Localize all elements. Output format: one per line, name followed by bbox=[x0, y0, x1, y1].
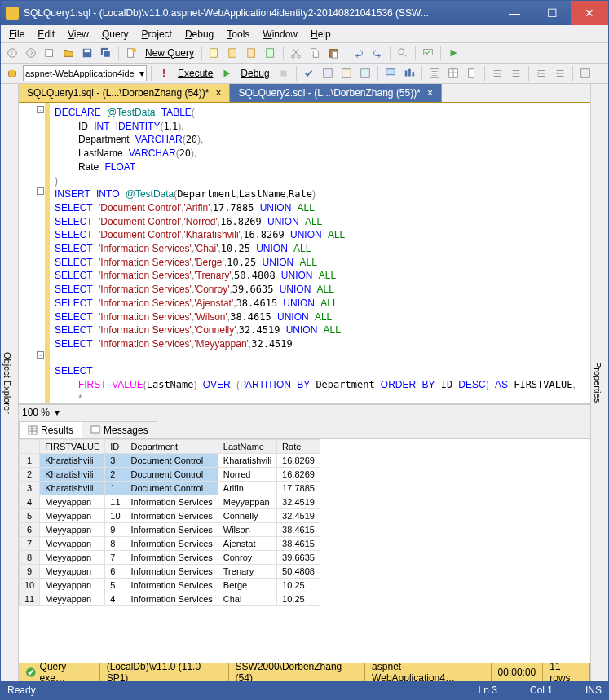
results-grid[interactable]: FIRSTVALUEIDDepartmentLastNameRate1Khara… bbox=[19, 439, 590, 663]
activity-monitor-icon[interactable] bbox=[420, 45, 436, 61]
status-col: Col 1 bbox=[530, 685, 553, 696]
menu-debug[interactable]: Debug bbox=[180, 27, 218, 42]
toolbar-main: New Query bbox=[1, 43, 608, 64]
minimize-button[interactable]: — bbox=[496, 1, 533, 25]
open-button[interactable] bbox=[60, 45, 77, 61]
results-text-button[interactable] bbox=[426, 65, 443, 81]
table-row[interactable]: 3Kharatishvili1Document ControlArifin17.… bbox=[20, 482, 320, 495]
status-user: SSW2000\DorbenZhang (54) bbox=[229, 663, 366, 681]
table-row[interactable]: 11Meyyappan4Information ServicesChai10.2… bbox=[20, 592, 320, 606]
database-input[interactable] bbox=[25, 68, 139, 78]
window-title: SQLQuery1.sql - (LocalDb)\v11.0.aspnet-W… bbox=[24, 7, 496, 19]
svg-rect-23 bbox=[323, 69, 332, 78]
svg-rect-27 bbox=[404, 71, 407, 77]
properties-tab[interactable]: Properties bbox=[590, 84, 608, 681]
tab-sqlquery2[interactable]: SQLQuery2.sql - (L...\DorbenZhang (55))*… bbox=[230, 84, 441, 102]
column-header[interactable]: LastName bbox=[218, 440, 276, 454]
debug-icon[interactable] bbox=[218, 65, 235, 81]
svg-rect-12 bbox=[267, 49, 274, 58]
table-row[interactable]: 7Meyyappan8Information ServicesAjenstat3… bbox=[20, 537, 320, 551]
execute-icon[interactable]: ! bbox=[156, 65, 172, 81]
column-header[interactable]: Department bbox=[126, 440, 218, 454]
table-row[interactable]: 10Meyyappan5Information ServicesBerge10.… bbox=[20, 579, 320, 592]
close-tab-icon[interactable]: × bbox=[215, 87, 221, 99]
menu-tools[interactable]: Tools bbox=[222, 27, 254, 42]
start-button[interactable] bbox=[445, 45, 461, 61]
results-tab[interactable]: Results bbox=[19, 421, 82, 439]
menu-help[interactable]: Help bbox=[306, 27, 336, 42]
column-header[interactable]: FIRSTVALUE bbox=[40, 440, 105, 454]
close-tab-icon[interactable]: × bbox=[427, 87, 433, 99]
copy-button[interactable] bbox=[307, 45, 323, 61]
xmla-query-icon[interactable] bbox=[263, 45, 279, 61]
db-engine-query-icon[interactable] bbox=[206, 45, 223, 61]
outdent-button[interactable] bbox=[552, 65, 568, 81]
fold-icon[interactable]: - bbox=[37, 187, 44, 195]
cut-button[interactable] bbox=[288, 45, 304, 61]
change-connection-icon[interactable] bbox=[4, 65, 20, 81]
indent-button[interactable] bbox=[533, 65, 549, 81]
menu-window[interactable]: Window bbox=[258, 27, 302, 42]
cancel-query-button[interactable] bbox=[276, 65, 292, 81]
messages-tab[interactable]: Messages bbox=[82, 421, 157, 439]
save-all-button[interactable] bbox=[98, 45, 114, 61]
svg-rect-28 bbox=[408, 69, 411, 77]
table-row[interactable]: 4Meyyappan11Information ServicesMeyyappa… bbox=[20, 495, 320, 509]
menu-view[interactable]: View bbox=[63, 27, 94, 42]
mdx-query-icon[interactable] bbox=[225, 45, 241, 61]
tab-sqlquery1[interactable]: SQLQuery1.sql - (L...\DorbenZhang (54))*… bbox=[19, 84, 230, 102]
column-header[interactable]: Rate bbox=[277, 440, 320, 454]
include-stats-button[interactable] bbox=[401, 65, 417, 81]
app-icon bbox=[6, 7, 19, 20]
execute-label[interactable]: Execute bbox=[174, 68, 216, 79]
object-explorer-tab[interactable]: Object Explorer bbox=[1, 84, 19, 681]
column-header[interactable]: ID bbox=[105, 440, 126, 454]
query-options-button[interactable] bbox=[338, 65, 355, 81]
svg-rect-25 bbox=[360, 69, 369, 78]
table-row[interactable]: 8Meyyappan7Information ServicesConroy39.… bbox=[20, 551, 320, 565]
column-header[interactable] bbox=[20, 440, 40, 454]
menu-edit[interactable]: Edit bbox=[33, 27, 60, 42]
comment-button[interactable] bbox=[489, 65, 505, 81]
new-query-label[interactable]: New Query bbox=[142, 47, 197, 59]
save-button[interactable] bbox=[79, 45, 95, 61]
undo-button[interactable] bbox=[351, 45, 367, 61]
table-row[interactable]: 1Kharatishvili3Document ControlKharatish… bbox=[20, 454, 320, 468]
sql-editor[interactable]: - - - DECLARE @TestData TABLE( ID INT ID… bbox=[19, 103, 590, 404]
nav-back-button[interactable] bbox=[4, 45, 20, 61]
redo-button[interactable] bbox=[369, 45, 386, 61]
uncomment-button[interactable] bbox=[508, 65, 524, 81]
display-plan-button[interactable] bbox=[320, 65, 336, 81]
results-grid-button[interactable] bbox=[445, 65, 461, 81]
fold-icon[interactable]: - bbox=[37, 106, 44, 113]
paste-button[interactable] bbox=[325, 45, 342, 61]
fold-icon[interactable]: - bbox=[37, 351, 44, 359]
svg-rect-22 bbox=[280, 71, 286, 77]
nav-fwd-button[interactable] bbox=[23, 45, 39, 61]
table-row[interactable]: 6Meyyappan9Information ServicesWilson38.… bbox=[20, 523, 320, 537]
database-selector[interactable]: ▾ bbox=[23, 65, 147, 81]
table-row[interactable]: 9Meyyappan6Information ServicesTrenary50… bbox=[20, 565, 320, 579]
results-file-button[interactable] bbox=[464, 65, 480, 81]
parse-button[interactable] bbox=[301, 65, 317, 81]
debug-label[interactable]: Debug bbox=[237, 68, 272, 79]
svg-point-0 bbox=[8, 49, 17, 58]
menu-query[interactable]: Query bbox=[97, 27, 134, 42]
close-button[interactable]: ✕ bbox=[571, 1, 608, 25]
zoom-level[interactable]: 100 % bbox=[22, 407, 50, 418]
table-row[interactable]: 2Kharatishvili2Document ControlNorred16.… bbox=[20, 468, 320, 482]
find-button[interactable] bbox=[395, 45, 411, 61]
specify-template-button[interactable] bbox=[577, 65, 594, 81]
svg-point-8 bbox=[132, 48, 136, 52]
new-query-icon[interactable] bbox=[123, 45, 139, 61]
table-row[interactable]: 5Meyyappan10Information ServicesConnelly… bbox=[20, 509, 320, 523]
result-tabs: Results Messages bbox=[19, 419, 590, 439]
dmx-query-icon[interactable] bbox=[244, 45, 260, 61]
new-project-button[interactable] bbox=[42, 45, 58, 61]
intellisense-button[interactable] bbox=[357, 65, 373, 81]
zoom-bar: 100 %▾ bbox=[19, 404, 590, 419]
menu-project[interactable]: Project bbox=[137, 27, 177, 42]
include-plan-button[interactable] bbox=[382, 65, 399, 81]
maximize-button[interactable]: ☐ bbox=[533, 1, 571, 25]
menu-file[interactable]: File bbox=[4, 27, 29, 42]
